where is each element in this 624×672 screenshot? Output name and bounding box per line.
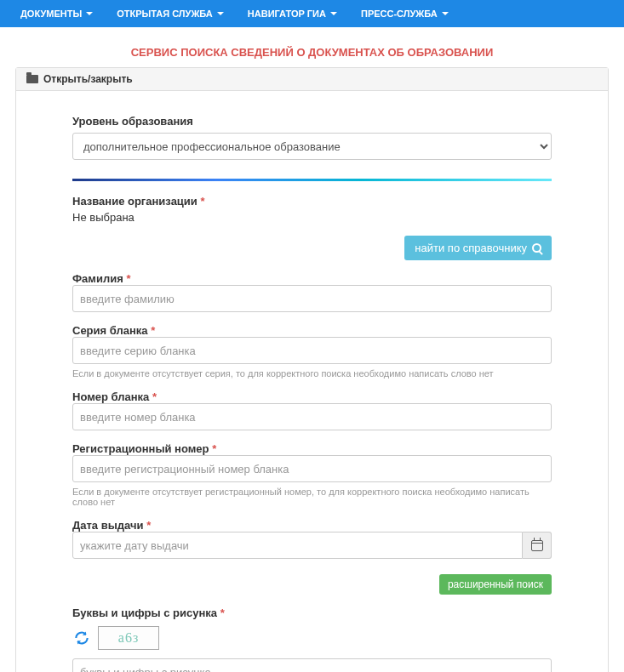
divider [72, 179, 552, 181]
folder-icon [26, 75, 38, 83]
captcha-input[interactable] [72, 658, 552, 672]
required-mark: * [220, 607, 225, 619]
issue-date-label-row: Дата выдачи * [72, 519, 552, 532]
required-mark: * [200, 195, 204, 208]
nav-label: ОТКРЫТАЯ СЛУЖБА [117, 9, 213, 19]
surname-input[interactable] [72, 285, 552, 312]
org-label-row: Название организации * [72, 195, 552, 208]
required-mark: * [152, 390, 157, 403]
reg-number-label: Регистрационный номер [72, 442, 209, 455]
chevron-down-icon [330, 12, 337, 15]
blank-series-hint: Если в документе отсутствует серия, то д… [72, 368, 552, 379]
chevron-down-icon [86, 12, 93, 15]
captcha-image: а6з [98, 626, 159, 650]
required-mark: * [212, 442, 216, 455]
blank-series-label-row: Серия бланка * [72, 324, 552, 337]
nav-item-press[interactable]: ПРЕСС-СЛУЖБА [349, 0, 461, 27]
page-title: СЕРВИС ПОИСКА СВЕДЕНИЙ О ДОКУМЕНТАХ ОБ О… [0, 46, 624, 59]
find-by-reference-button[interactable]: найти по справочнику [404, 236, 552, 260]
panel-toggle[interactable]: Открыть/закрыть [16, 68, 608, 91]
blank-series-input[interactable] [72, 337, 552, 364]
panel-body: Уровень образования дополнительное профе… [16, 91, 608, 672]
find-by-reference-label: найти по справочнику [415, 242, 527, 254]
captcha-row: а6з [72, 626, 552, 650]
reg-number-label-row: Регистрационный номер * [72, 442, 552, 455]
nav-item-open-service[interactable]: ОТКРЫТАЯ СЛУЖБА [105, 0, 236, 27]
panel-toggle-label: Открыть/закрыть [43, 73, 133, 85]
nav-item-navigator-gia[interactable]: НАВИГАТОР ГИА [236, 0, 349, 27]
refresh-icon [73, 629, 90, 646]
extended-search-button[interactable]: расширенный поиск [439, 574, 552, 595]
blank-number-label: Номер бланка [72, 390, 149, 403]
org-not-selected: Не выбрана [72, 211, 552, 224]
required-mark: * [146, 519, 151, 532]
date-picker-button[interactable] [523, 532, 552, 559]
blank-number-label-row: Номер бланка * [72, 390, 552, 403]
surname-label-row: Фамилия * [72, 272, 552, 285]
nav-label: НАВИГАТОР ГИА [248, 9, 326, 19]
captcha-label-row: Буквы и цифры с рисунка * [72, 607, 552, 619]
reg-number-input[interactable] [72, 455, 552, 482]
issue-date-input[interactable] [72, 532, 523, 559]
required-mark: * [151, 324, 155, 337]
reg-number-hint: Если в документе отсутствует регистрацио… [72, 487, 552, 507]
required-mark: * [126, 272, 130, 285]
education-level-select[interactable]: дополнительное профессиональное образова… [72, 133, 552, 160]
search-icon [532, 243, 541, 253]
education-level-label: Уровень образования [72, 115, 552, 128]
blank-number-input[interactable] [72, 403, 552, 430]
calendar-icon [531, 540, 543, 551]
form-area: Уровень образования дополнительное профе… [72, 115, 552, 672]
surname-label: Фамилия [72, 272, 123, 285]
issue-date-label: Дата выдачи [72, 519, 144, 532]
nav-item-documents[interactable]: ДОКУМЕНТЫ [9, 0, 105, 27]
captcha-label: Буквы и цифры с рисунка [72, 607, 217, 619]
org-label: Название организации [72, 195, 198, 208]
top-nav: ДОКУМЕНТЫ ОТКРЫТАЯ СЛУЖБА НАВИГАТОР ГИА … [0, 0, 624, 27]
nav-label: ПРЕСС-СЛУЖБА [361, 9, 438, 19]
chevron-down-icon [217, 12, 224, 15]
issue-date-group [72, 532, 552, 559]
blank-series-label: Серия бланка [72, 324, 148, 337]
nav-label: ДОКУМЕНТЫ [20, 9, 82, 19]
chevron-down-icon [442, 12, 449, 15]
refresh-captcha-button[interactable] [72, 629, 91, 647]
search-panel: Открыть/закрыть Уровень образования допо… [15, 67, 609, 672]
